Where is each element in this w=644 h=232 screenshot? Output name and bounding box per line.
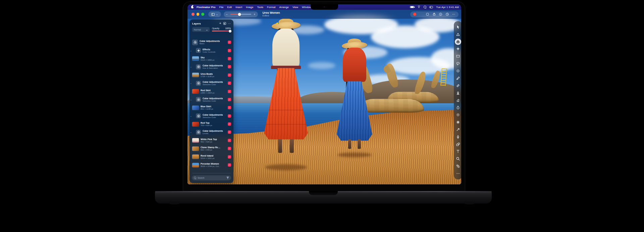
menu-item-format[interactable]: Format bbox=[267, 6, 275, 9]
tool-shapes[interactable] bbox=[455, 141, 461, 148]
record-icon[interactable] bbox=[413, 13, 416, 16]
layer-visibility-checkbox[interactable]: ✓ bbox=[228, 98, 231, 101]
zoom-slider-control[interactable]: − + bbox=[224, 11, 258, 17]
minimize-button[interactable] bbox=[197, 13, 200, 16]
tool-quick-select[interactable] bbox=[455, 68, 461, 74]
layer-visibility-checkbox[interactable]: ✓ bbox=[228, 139, 231, 142]
layer-visibility-checkbox[interactable]: ✓ bbox=[228, 73, 231, 77]
layer-row-sky[interactable]: Sky5314 × 1656 px✓ bbox=[190, 55, 233, 63]
disclosure-chevron-icon[interactable]: ⌄ bbox=[190, 131, 192, 133]
disclosure-chevron-icon[interactable]: ⌄ bbox=[190, 66, 192, 68]
control-center-icon[interactable] bbox=[429, 6, 433, 8]
disclosure-chevron-icon[interactable]: ⌄ bbox=[190, 82, 192, 84]
pattern-icon[interactable] bbox=[426, 12, 429, 16]
spotlight-icon[interactable] bbox=[424, 6, 426, 8]
tool-sharpen[interactable] bbox=[455, 119, 461, 125]
zoom-out-button[interactable]: − bbox=[226, 13, 228, 16]
disclosure-chevron-icon[interactable]: ⌄ bbox=[190, 99, 192, 101]
layer-row-uros-boats[interactable]: Uros Boats1729 × 1106 px✓ bbox=[190, 71, 233, 79]
layer-search-field[interactable]: Search bbox=[192, 175, 231, 180]
layer-detail: 861 × 1148 px bbox=[201, 108, 213, 110]
tool-blur[interactable] bbox=[455, 112, 461, 118]
menu-item-view[interactable]: View bbox=[292, 6, 298, 9]
layer-row-color-adjustments[interactable]: ⌄Color AdjustmentsSelective Color✓ bbox=[190, 112, 233, 120]
layer-row-effects[interactable]: ⌄EffectsColor Controls✓ bbox=[190, 46, 233, 54]
zoom-button[interactable] bbox=[201, 13, 204, 16]
tool-type[interactable] bbox=[455, 148, 461, 155]
zoom-slider-track[interactable] bbox=[230, 14, 251, 15]
layer-visibility-checkbox[interactable]: ✓ bbox=[228, 90, 231, 93]
filter-layers-icon[interactable] bbox=[223, 22, 226, 25]
layer-row-color-adjustments[interactable]: ⌄Color AdjustmentsSelective Color✓ bbox=[190, 79, 233, 87]
layer-visibility-checkbox[interactable]: ✓ bbox=[228, 57, 231, 60]
layer-row-color-adjustments[interactable]: ⌄Color AdjustmentsSelective Color✓ bbox=[190, 96, 233, 104]
layer-visibility-checkbox[interactable]: ✓ bbox=[228, 114, 231, 118]
info-icon[interactable] bbox=[439, 12, 442, 16]
disclosure-chevron-icon[interactable]: ⌄ bbox=[190, 50, 192, 52]
menu-item-file[interactable]: File bbox=[219, 6, 223, 9]
share-icon[interactable] bbox=[432, 12, 436, 16]
zoom-slider-knob[interactable] bbox=[238, 13, 241, 16]
menu-item-arrange[interactable]: Arrange bbox=[279, 6, 288, 9]
blend-mode-dropdown[interactable]: Normal ⌄ bbox=[192, 27, 210, 32]
layer-visibility-checkbox[interactable]: ✓ bbox=[228, 65, 231, 68]
layer-visibility-checkbox[interactable]: ✓ bbox=[228, 130, 231, 134]
battery-icon[interactable] bbox=[410, 6, 414, 8]
filter-icon[interactable] bbox=[226, 177, 229, 179]
layer-row-color-adjustments[interactable]: Color AdjustmentsBasic✓ bbox=[190, 38, 233, 46]
menu-item-tools[interactable]: Tools bbox=[257, 6, 263, 9]
tool-warp[interactable] bbox=[455, 126, 461, 133]
menu-item-edit[interactable]: Edit bbox=[227, 6, 232, 9]
layer-row-white-pink-top[interactable]: White Pink Top992 × 926 px✓ bbox=[190, 136, 233, 144]
close-button[interactable] bbox=[192, 13, 195, 16]
menu-app-name[interactable]: Pixelmator Pro bbox=[197, 6, 215, 9]
layer-visibility-checkbox[interactable]: ✓ bbox=[228, 49, 231, 52]
layer-row-color-adjustments[interactable]: ⌄Color AdjustmentsLevels✓ bbox=[190, 128, 233, 136]
tool-arrange[interactable] bbox=[455, 24, 461, 30]
layer-visibility-checkbox[interactable]: ✓ bbox=[228, 163, 231, 167]
layer-row-color-adjustments[interactable]: ⌄Color AdjustmentsHue & Saturation✓ bbox=[190, 63, 233, 71]
tool-pencil[interactable] bbox=[455, 75, 461, 81]
layer-visibility-checkbox[interactable]: ✓ bbox=[228, 122, 231, 126]
layer-row-peruvian-women[interactable]: Peruvian Women5616 × 3744 px, Color Adju… bbox=[190, 161, 233, 169]
layer-row-red-top[interactable]: Red Top703 × 914 px✓ bbox=[190, 120, 233, 128]
layer-visibility-checkbox[interactable]: ✓ bbox=[228, 41, 231, 44]
layer-visibility-checkbox[interactable]: ✓ bbox=[228, 155, 231, 159]
tool-zoom[interactable] bbox=[455, 156, 461, 162]
tool-more-tools[interactable] bbox=[455, 170, 461, 177]
sidebar-toggle-button[interactable]: ⌄ bbox=[208, 11, 221, 17]
tool-straighten[interactable] bbox=[455, 31, 461, 38]
disclosure-chevron-icon[interactable]: ⌄ bbox=[190, 115, 192, 117]
tool-crop[interactable] bbox=[455, 163, 461, 169]
add-layer-icon[interactable]: + bbox=[219, 22, 221, 25]
menu-item-image[interactable]: Image bbox=[246, 6, 253, 9]
zoom-in-button[interactable]: + bbox=[254, 13, 255, 16]
tool-retouch[interactable] bbox=[455, 82, 461, 89]
opacity-slider[interactable] bbox=[212, 31, 231, 32]
tool-fill[interactable] bbox=[455, 104, 461, 111]
layer-row-red-skirt[interactable]: Red Skirt1484 × 1504 px✓ bbox=[190, 87, 233, 95]
layer-visibility-checkbox[interactable]: ✓ bbox=[228, 106, 231, 109]
layer-row-blue-skirt[interactable]: Blue Skirt861 × 1148 px✓ bbox=[190, 104, 233, 112]
tool-lasso-select[interactable] bbox=[455, 60, 461, 67]
apple-menu-icon[interactable] bbox=[191, 6, 194, 8]
history-icon[interactable] bbox=[445, 12, 449, 16]
color-swatches-icon[interactable] bbox=[419, 12, 423, 16]
tool-effects[interactable] bbox=[455, 46, 461, 52]
menu-item-insert[interactable]: Insert bbox=[235, 6, 242, 9]
wifi-icon[interactable] bbox=[417, 6, 421, 8]
more-icon[interactable]: ⋯ bbox=[228, 22, 231, 25]
layer-visibility-checkbox[interactable]: ✓ bbox=[228, 81, 231, 85]
tool-clone[interactable] bbox=[455, 90, 461, 96]
layer-row-clone-stamp-reeds[interactable]: Clone Stamp Reeds662 × 449 px✓ bbox=[190, 144, 233, 153]
tool-erase[interactable] bbox=[455, 97, 461, 103]
tool-pen[interactable] bbox=[455, 134, 461, 140]
menu-bar-clock[interactable]: Tue Apr 1 9:41 AM bbox=[436, 6, 459, 9]
more-icon[interactable] bbox=[452, 12, 455, 16]
tool-rectangular-select[interactable] bbox=[455, 53, 461, 59]
layer-row-reed-island[interactable]: Reed Island5314 × 1631 px✓ bbox=[190, 153, 233, 161]
tool-color-adjustments[interactable] bbox=[455, 39, 461, 45]
menu-item-window[interactable]: Window bbox=[302, 6, 311, 9]
opacity-slider-knob[interactable] bbox=[229, 30, 231, 33]
layer-visibility-checkbox[interactable]: ✓ bbox=[228, 147, 231, 150]
